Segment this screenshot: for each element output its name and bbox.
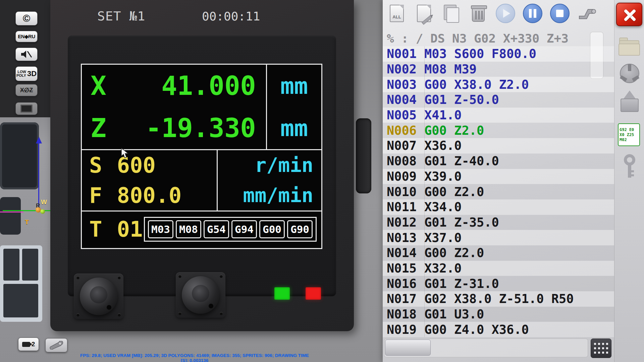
gcode-line-number: N016 (387, 277, 424, 291)
load-program-button[interactable] (618, 36, 641, 58)
play-icon (496, 4, 515, 23)
gcode-line-number: N005 (387, 108, 424, 122)
tools-button[interactable] (45, 338, 67, 352)
gcode-line[interactable]: N003G00 X38.0 Z2.0 (383, 77, 614, 92)
t-axis-label: T (25, 219, 29, 226)
gcode-line-number: N011 (387, 200, 424, 214)
gcode-line[interactable]: N002M08 M39 (383, 62, 614, 77)
gcode-line-text: G00 Z2.0 (424, 246, 614, 260)
gcode-line[interactable]: N011X34.0 (383, 199, 614, 215)
spindle-speed-label: S (89, 153, 102, 178)
gcode-line[interactable]: N004G01 Z-50.0 (383, 92, 614, 108)
camera-icon (22, 342, 30, 347)
stop-icon (550, 4, 570, 23)
gcode-line[interactable]: N009X39.0 (383, 169, 614, 184)
gcode-line[interactable]: N006G00 Z2.0 (383, 123, 614, 138)
gcode-line[interactable]: N005X41.0 (383, 108, 614, 123)
panel-view-button[interactable] (15, 102, 38, 115)
gcode-line[interactable]: N012G01 Z-35.0 (383, 215, 614, 230)
alarm-indicator (306, 287, 321, 300)
gcode-line-number: N010 (387, 185, 424, 199)
camera-view-button[interactable]: 2 (18, 338, 39, 351)
gcode-line[interactable]: N013X37.0 (383, 230, 614, 245)
program-header-line[interactable]: % : / DS N3 G02 X+330 Z+3 (387, 32, 604, 46)
run-program-button[interactable] (495, 3, 516, 24)
gcode-line[interactable]: N016G01 Z-31.0 (383, 276, 614, 291)
gcode-line-number: N015 (387, 261, 424, 276)
gcode-line[interactable]: N007X36.0 (383, 138, 614, 154)
spindle-speed-row: S 600 (82, 150, 217, 180)
gcode-line-text: G01 U3.0 (424, 307, 614, 321)
knob-plate-right (176, 272, 225, 318)
z-unit-label: mm (267, 107, 321, 149)
gcode-line[interactable]: N010G00 Z2.0 (383, 184, 614, 199)
delete-program-button[interactable] (468, 3, 489, 24)
status-codes: M03M08G54G94G00G90 (144, 217, 317, 242)
trash-icon (472, 8, 485, 22)
z-axis-dro-label: Z (91, 113, 106, 143)
mute-button[interactable] (15, 48, 38, 61)
copyright-button[interactable]: © (15, 11, 38, 25)
spindle-unit-label: r/min (218, 150, 321, 180)
feed-override-knob[interactable] (80, 278, 117, 315)
key-lock-button[interactable] (618, 154, 641, 179)
tool-origin-marker (40, 209, 45, 214)
stop-program-button[interactable] (549, 3, 571, 24)
x-position-row: X 41.000 (82, 65, 266, 107)
chuck-setup-button[interactable] (618, 63, 641, 84)
horizontal-scrollbar-track[interactable] (384, 339, 588, 357)
low-poly-3d-button[interactable]: LOW POLY 3D (15, 66, 38, 81)
tool-setup-button[interactable] (576, 3, 598, 24)
gcode-line-number: N007 (387, 138, 424, 153)
pause-program-button[interactable] (522, 3, 543, 24)
tailstock-icon (623, 90, 636, 99)
gcode-list: N001M03 S600 F800.0N002M08 M39N003G00 X3… (383, 46, 614, 337)
select-all-button[interactable]: ALL (386, 3, 408, 24)
gcode-line-number: N014 (387, 246, 424, 260)
low-poly-label: LOW POLY (16, 70, 26, 77)
virtual-keypad-button[interactable] (591, 339, 611, 358)
gcode-line-number: N013 (387, 231, 424, 245)
spindle-override-knob[interactable] (182, 276, 219, 314)
machine-door-handle (356, 118, 371, 193)
horizontal-scrollbar-handle[interactable] (385, 340, 431, 356)
gcode-line[interactable]: N018G01 U3.0 (383, 307, 614, 322)
gcode-line[interactable]: N001M03 S600 F800.0 (383, 46, 614, 62)
machine-control-panel: SET №1 00:00:11 X 41.000 Z -19.330 mm (50, 0, 354, 331)
gcode-line[interactable]: N008G01 Z-40.0 (383, 154, 614, 169)
right-icon-strip: G92 E0 X0 Z25 M02 (614, 0, 644, 362)
gcode-line-text: M03 S600 F800.0 (424, 47, 614, 61)
gcode-line-text: G00 Z2.0 (424, 123, 614, 138)
key-icon (624, 154, 635, 166)
gcode-program-panel: ALL (383, 0, 614, 362)
status-code-chip: G00 (259, 220, 285, 238)
status-code-chip: G94 (231, 220, 257, 238)
language-toggle-button[interactable]: EN◆RU (15, 31, 38, 42)
tool-holder-icon (578, 6, 596, 21)
gcode-line-text: G00 X38.0 Z2.0 (424, 77, 614, 92)
machine-window-small (0, 197, 21, 235)
r-axis-label: R (36, 202, 40, 209)
tool-status-section: T 01 M03M08G54G94G00G90 (82, 212, 321, 247)
gcode-line[interactable]: N014G00 Z2.0 (383, 245, 614, 261)
mute-speaker-icon (20, 50, 33, 59)
line-number-divider (424, 46, 425, 337)
wrench-icon (49, 341, 64, 350)
copy-program-button[interactable] (440, 3, 462, 24)
gcode-line-number: N019 (387, 322, 424, 337)
close-button[interactable] (616, 3, 642, 26)
gcode-line-text: G02 X38.0 Z-51.0 R50 (424, 292, 614, 306)
gcode-line-text: X37.0 (424, 231, 614, 245)
y-axis-arrow-icon (36, 137, 42, 143)
pause-icon (523, 4, 542, 23)
gcode-line[interactable]: N017G02 X38.0 Z-51.0 R50 (383, 291, 614, 307)
gcode-line[interactable]: N015X32.0 (383, 261, 614, 276)
g92-preset-button[interactable]: G92 E0 X0 Z25 M02 (618, 123, 640, 146)
gcode-line-text: G01 Z-31.0 (424, 277, 614, 291)
power-on-indicator (274, 287, 290, 300)
gcode-line[interactable]: N019G00 Z4.0 X36.0 (383, 322, 614, 337)
xz-axes-toggle-button[interactable]: X∅Z (15, 84, 38, 96)
edit-program-button[interactable] (413, 3, 435, 24)
tailstock-button[interactable] (618, 90, 641, 116)
gcode-line-number: N001 (387, 47, 424, 61)
